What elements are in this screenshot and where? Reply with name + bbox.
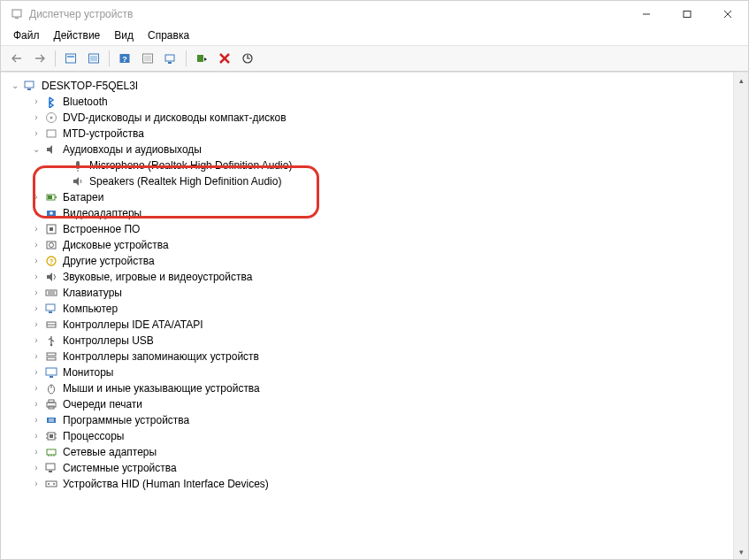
menu-action[interactable]: Действие <box>47 27 108 43</box>
svg-rect-59 <box>47 418 56 423</box>
expand-icon[interactable]: › <box>31 94 42 110</box>
expand-icon[interactable]: › <box>31 269 42 285</box>
bat-icon <box>43 190 59 204</box>
tree-item-label: DESKTOP-F5QEL3I <box>42 78 138 94</box>
tb-update[interactable] <box>237 49 258 68</box>
close-button[interactable] <box>707 1 748 27</box>
menu-help[interactable]: Справка <box>141 27 196 43</box>
tree-category[interactable]: ›Звуковые, игровые и видеоустройства <box>4 269 733 285</box>
tree-item-label: Мыши и иные указывающие устройства <box>63 380 260 396</box>
back-button[interactable] <box>6 49 27 68</box>
tree-item-label: Батареи <box>63 189 103 205</box>
expand-icon[interactable]: › <box>31 333 42 349</box>
tree-category[interactable]: ›?Другие устройства <box>4 253 733 269</box>
svg-text:?: ? <box>122 55 127 64</box>
tree-category[interactable]: ›Bluetooth <box>4 94 733 110</box>
mtd-icon <box>43 127 59 141</box>
collapse-icon[interactable]: ⌄ <box>31 142 42 157</box>
device-manager-window: Диспетчер устройств Файл Действие Вид Сп… <box>0 0 749 560</box>
tree-category[interactable]: ›Встроенное ПО <box>4 221 733 237</box>
tree-item-label: Очереди печати <box>63 396 142 412</box>
expand-icon[interactable]: › <box>31 205 42 221</box>
expand-icon[interactable]: › <box>31 253 42 269</box>
tb-console[interactable] <box>60 49 81 68</box>
snd-icon <box>43 270 59 284</box>
tree-device[interactable]: Speakers (Realtek High Definition Audio) <box>4 173 733 189</box>
menu-view[interactable]: Вид <box>107 27 141 43</box>
tree-item-label: Видеоадаптеры <box>63 205 141 221</box>
svg-rect-0 <box>12 10 21 17</box>
tree-category[interactable]: ›Системные устройства <box>4 460 733 476</box>
tree-category[interactable]: ›Устройства HID (Human Interface Devices… <box>4 476 733 492</box>
tree-root[interactable]: ⌄DESKTOP-F5QEL3I <box>4 78 733 94</box>
svg-rect-28 <box>47 130 56 137</box>
tree-category[interactable]: ›Мониторы <box>4 364 733 380</box>
expand-icon[interactable]: › <box>31 460 42 476</box>
expand-icon[interactable]: › <box>31 189 42 205</box>
expand-icon[interactable]: › <box>31 380 42 396</box>
tree-item-label: Контроллеры USB <box>63 333 154 349</box>
svg-point-35 <box>50 211 53 215</box>
svg-rect-57 <box>49 400 54 403</box>
svg-point-49 <box>50 344 53 347</box>
minimize-button[interactable] <box>626 1 667 27</box>
menubar: Файл Действие Вид Справка <box>1 27 748 45</box>
stor-icon <box>43 349 59 364</box>
collapse-icon[interactable]: ⌄ <box>10 78 20 94</box>
expand-icon[interactable]: › <box>31 126 42 142</box>
prn-icon <box>43 397 59 411</box>
expand-icon[interactable]: › <box>31 412 42 428</box>
expand-icon[interactable]: › <box>31 476 42 492</box>
tree-category[interactable]: ›Процессоры <box>4 428 733 444</box>
expand-icon[interactable]: › <box>31 221 42 237</box>
titlebar[interactable]: Диспетчер устройств <box>1 1 748 27</box>
tree-category[interactable]: ›Контроллеры USB <box>4 333 733 349</box>
expand-icon[interactable]: › <box>31 110 42 126</box>
expand-icon[interactable]: › <box>31 396 42 412</box>
tb-scan[interactable] <box>191 49 212 68</box>
tree-category[interactable]: ›Программные устройства <box>4 412 733 428</box>
mouse-icon <box>43 381 59 395</box>
tree-category[interactable]: ›Видеоадаптеры <box>4 205 733 221</box>
menu-file[interactable]: Файл <box>6 27 47 43</box>
svg-rect-33 <box>48 196 52 199</box>
device-tree[interactable]: ⌄DESKTOP-F5QEL3I›Bluetooth›DVD-дисководы… <box>1 73 733 559</box>
tree-category[interactable]: ›Компьютер <box>4 301 733 317</box>
tree-category[interactable]: ›Клавиатуры <box>4 285 733 301</box>
tree-item-label: Устройства HID (Human Interface Devices) <box>63 476 269 492</box>
expand-icon[interactable]: › <box>31 237 42 253</box>
tree-category[interactable]: ›Очереди печати <box>4 396 733 412</box>
tb-sheet[interactable] <box>137 49 158 68</box>
tb-remove[interactable] <box>214 49 235 68</box>
tree-category[interactable]: ›Контроллеры IDE ATA/ATAPI <box>4 317 733 333</box>
forward-button[interactable] <box>29 49 50 68</box>
hdd-icon <box>43 238 59 252</box>
expand-icon[interactable]: › <box>31 428 42 444</box>
expand-icon[interactable]: › <box>31 317 42 333</box>
expand-icon[interactable]: › <box>31 301 42 317</box>
scroll-up-icon[interactable]: ▴ <box>734 73 748 88</box>
tree-category[interactable]: ›Мыши и иные указывающие устройства <box>4 380 733 396</box>
scrollbar[interactable]: ▴ ▾ <box>733 73 748 559</box>
net-icon <box>43 445 59 459</box>
expand-icon[interactable]: › <box>31 349 42 364</box>
tb-show-hidden[interactable] <box>160 49 181 68</box>
tree-category[interactable]: ›Батареи <box>4 189 733 205</box>
tb-help[interactable]: ? <box>114 49 135 68</box>
tree-category[interactable]: ›Сетевые адаптеры <box>4 444 733 460</box>
tree-category[interactable]: ›DVD-дисководы и дисководы компакт-диско… <box>4 110 733 126</box>
tree-device[interactable]: Microphone (Realtek High Definition Audi… <box>4 157 733 173</box>
expand-icon[interactable]: › <box>31 364 42 380</box>
tree-category[interactable]: ⌄Аудиовходы и аудиовыходы <box>4 142 733 157</box>
expand-icon[interactable]: › <box>31 444 42 460</box>
tb-properties[interactable] <box>83 49 104 68</box>
expand-icon[interactable]: › <box>31 285 42 301</box>
scroll-down-icon[interactable]: ▾ <box>734 544 748 559</box>
separator <box>109 50 110 66</box>
tree-category[interactable]: ›Контроллеры запоминающих устройств <box>4 349 733 364</box>
tree-category[interactable]: ›MTD-устройства <box>4 126 733 142</box>
window-controls <box>626 1 748 27</box>
tree-category[interactable]: ›Дисковые устройства <box>4 237 733 253</box>
tree-item-label: Microphone (Realtek High Definition Audi… <box>89 157 292 173</box>
maximize-button[interactable] <box>667 1 707 27</box>
